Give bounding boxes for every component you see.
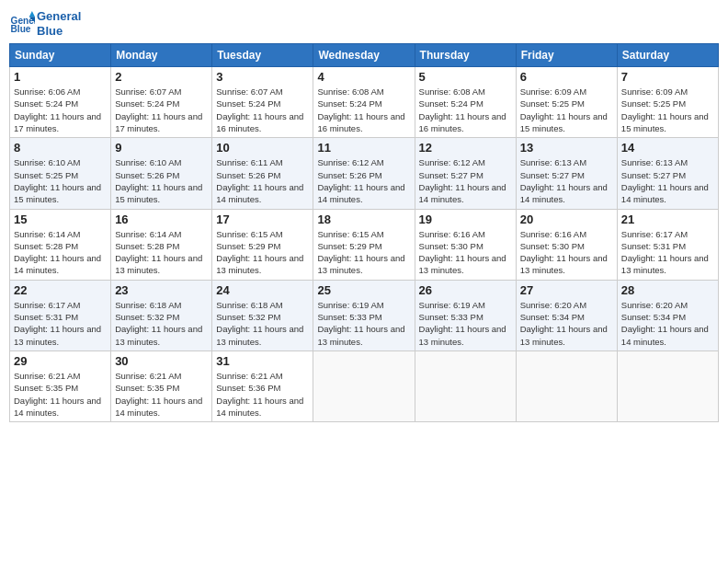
day-info: Sunrise: 6:11 AM Sunset: 5:26 PM Dayligh… xyxy=(216,156,309,205)
day-info: Sunrise: 6:10 AM Sunset: 5:25 PM Dayligh… xyxy=(14,156,107,205)
calendar-week-2: 8 Sunrise: 6:10 AM Sunset: 5:25 PM Dayli… xyxy=(10,138,719,209)
weekday-wednesday: Wednesday xyxy=(313,44,415,67)
calendar-cell: 11 Sunrise: 6:12 AM Sunset: 5:26 PM Dayl… xyxy=(313,138,415,209)
calendar-cell: 20 Sunrise: 6:16 AM Sunset: 5:30 PM Dayl… xyxy=(516,209,617,280)
day-number: 19 xyxy=(419,213,512,226)
day-info: Sunrise: 6:16 AM Sunset: 5:30 PM Dayligh… xyxy=(419,228,512,277)
calendar-cell: 8 Sunrise: 6:10 AM Sunset: 5:25 PM Dayli… xyxy=(10,138,111,209)
calendar-cell: 23 Sunrise: 6:18 AM Sunset: 5:32 PM Dayl… xyxy=(111,280,212,350)
weekday-thursday: Thursday xyxy=(415,44,516,67)
calendar-cell: 9 Sunrise: 6:10 AM Sunset: 5:26 PM Dayli… xyxy=(111,138,212,209)
day-number: 28 xyxy=(621,283,714,297)
calendar-cell: 3 Sunrise: 6:07 AM Sunset: 5:24 PM Dayli… xyxy=(212,67,313,138)
day-info: Sunrise: 6:21 AM Sunset: 5:35 PM Dayligh… xyxy=(14,370,107,419)
day-number: 30 xyxy=(115,354,208,368)
svg-marker-2 xyxy=(29,11,35,17)
day-info: Sunrise: 6:21 AM Sunset: 5:36 PM Dayligh… xyxy=(216,370,309,419)
weekday-sunday: Sunday xyxy=(10,44,111,67)
page-header: General Blue GeneralBlue xyxy=(9,9,719,38)
day-info: Sunrise: 6:19 AM Sunset: 5:33 PM Dayligh… xyxy=(419,299,512,348)
logo-icon: General Blue xyxy=(9,11,35,37)
calendar-cell: 15 Sunrise: 6:14 AM Sunset: 5:28 PM Dayl… xyxy=(10,209,111,280)
day-info: Sunrise: 6:18 AM Sunset: 5:32 PM Dayligh… xyxy=(216,299,309,348)
calendar-cell: 24 Sunrise: 6:18 AM Sunset: 5:32 PM Dayl… xyxy=(212,280,313,350)
day-info: Sunrise: 6:16 AM Sunset: 5:30 PM Dayligh… xyxy=(520,228,613,277)
logo: General Blue GeneralBlue xyxy=(9,9,81,38)
day-info: Sunrise: 6:21 AM Sunset: 5:35 PM Dayligh… xyxy=(115,370,208,419)
day-number: 9 xyxy=(115,141,208,155)
weekday-monday: Monday xyxy=(111,44,212,67)
day-info: Sunrise: 6:19 AM Sunset: 5:33 PM Dayligh… xyxy=(317,299,410,348)
day-number: 16 xyxy=(115,213,208,226)
calendar-cell: 19 Sunrise: 6:16 AM Sunset: 5:30 PM Dayl… xyxy=(415,209,516,280)
calendar-week-4: 22 Sunrise: 6:17 AM Sunset: 5:31 PM Dayl… xyxy=(10,280,719,350)
logo-text: GeneralBlue xyxy=(37,9,81,38)
day-info: Sunrise: 6:14 AM Sunset: 5:28 PM Dayligh… xyxy=(14,228,107,277)
day-number: 21 xyxy=(621,213,714,226)
day-info: Sunrise: 6:18 AM Sunset: 5:32 PM Dayligh… xyxy=(115,299,208,348)
calendar-cell: 7 Sunrise: 6:09 AM Sunset: 5:25 PM Dayli… xyxy=(617,67,718,138)
day-number: 7 xyxy=(621,70,714,84)
day-number: 27 xyxy=(520,283,613,297)
calendar-cell xyxy=(516,350,617,421)
day-info: Sunrise: 6:20 AM Sunset: 5:34 PM Dayligh… xyxy=(520,299,613,348)
day-number: 29 xyxy=(14,354,107,368)
calendar-week-3: 15 Sunrise: 6:14 AM Sunset: 5:28 PM Dayl… xyxy=(10,209,719,280)
day-info: Sunrise: 6:08 AM Sunset: 5:24 PM Dayligh… xyxy=(317,86,410,134)
calendar-cell: 27 Sunrise: 6:20 AM Sunset: 5:34 PM Dayl… xyxy=(516,280,617,350)
day-info: Sunrise: 6:06 AM Sunset: 5:24 PM Dayligh… xyxy=(14,86,107,134)
weekday-tuesday: Tuesday xyxy=(212,44,313,67)
day-number: 17 xyxy=(216,213,309,226)
day-number: 10 xyxy=(216,141,309,155)
calendar-cell: 6 Sunrise: 6:09 AM Sunset: 5:25 PM Dayli… xyxy=(516,67,617,138)
day-info: Sunrise: 6:07 AM Sunset: 5:24 PM Dayligh… xyxy=(115,86,208,134)
day-number: 11 xyxy=(317,141,410,155)
day-number: 25 xyxy=(317,283,410,297)
calendar-week-5: 29 Sunrise: 6:21 AM Sunset: 5:35 PM Dayl… xyxy=(10,350,719,421)
svg-text:Blue: Blue xyxy=(11,24,31,34)
day-number: 31 xyxy=(216,354,309,368)
day-number: 26 xyxy=(419,283,512,297)
calendar-cell: 12 Sunrise: 6:12 AM Sunset: 5:27 PM Dayl… xyxy=(415,138,516,209)
calendar-table: SundayMondayTuesdayWednesdayThursdayFrid… xyxy=(9,43,719,422)
day-info: Sunrise: 6:09 AM Sunset: 5:25 PM Dayligh… xyxy=(621,86,714,134)
calendar-cell: 4 Sunrise: 6:08 AM Sunset: 5:24 PM Dayli… xyxy=(313,67,415,138)
calendar-cell: 31 Sunrise: 6:21 AM Sunset: 5:36 PM Dayl… xyxy=(212,350,313,421)
day-number: 13 xyxy=(520,141,613,155)
calendar-cell: 10 Sunrise: 6:11 AM Sunset: 5:26 PM Dayl… xyxy=(212,138,313,209)
calendar-cell xyxy=(415,350,516,421)
day-number: 12 xyxy=(419,141,512,155)
day-info: Sunrise: 6:15 AM Sunset: 5:29 PM Dayligh… xyxy=(216,228,309,277)
day-info: Sunrise: 6:14 AM Sunset: 5:28 PM Dayligh… xyxy=(115,228,208,277)
calendar-cell: 1 Sunrise: 6:06 AM Sunset: 5:24 PM Dayli… xyxy=(10,67,111,138)
day-info: Sunrise: 6:08 AM Sunset: 5:24 PM Dayligh… xyxy=(419,86,512,134)
calendar-cell: 21 Sunrise: 6:17 AM Sunset: 5:31 PM Dayl… xyxy=(617,209,718,280)
day-number: 23 xyxy=(115,283,208,297)
day-number: 3 xyxy=(216,70,309,84)
calendar-cell: 26 Sunrise: 6:19 AM Sunset: 5:33 PM Dayl… xyxy=(415,280,516,350)
calendar-body: 1 Sunrise: 6:06 AM Sunset: 5:24 PM Dayli… xyxy=(10,67,719,422)
day-number: 14 xyxy=(621,141,714,155)
day-info: Sunrise: 6:10 AM Sunset: 5:26 PM Dayligh… xyxy=(115,156,208,205)
day-number: 1 xyxy=(14,70,107,84)
day-number: 20 xyxy=(520,213,613,226)
weekday-saturday: Saturday xyxy=(617,44,718,67)
calendar-cell: 13 Sunrise: 6:13 AM Sunset: 5:27 PM Dayl… xyxy=(516,138,617,209)
day-number: 6 xyxy=(520,70,613,84)
calendar-cell: 25 Sunrise: 6:19 AM Sunset: 5:33 PM Dayl… xyxy=(313,280,415,350)
day-info: Sunrise: 6:12 AM Sunset: 5:27 PM Dayligh… xyxy=(419,156,512,205)
day-info: Sunrise: 6:15 AM Sunset: 5:29 PM Dayligh… xyxy=(317,228,410,277)
calendar-week-1: 1 Sunrise: 6:06 AM Sunset: 5:24 PM Dayli… xyxy=(10,67,719,138)
day-info: Sunrise: 6:09 AM Sunset: 5:25 PM Dayligh… xyxy=(520,86,613,134)
day-info: Sunrise: 6:07 AM Sunset: 5:24 PM Dayligh… xyxy=(216,86,309,134)
weekday-friday: Friday xyxy=(516,44,617,67)
day-info: Sunrise: 6:13 AM Sunset: 5:27 PM Dayligh… xyxy=(520,156,613,205)
day-number: 18 xyxy=(317,213,410,226)
day-info: Sunrise: 6:13 AM Sunset: 5:27 PM Dayligh… xyxy=(621,156,714,205)
calendar-cell: 16 Sunrise: 6:14 AM Sunset: 5:28 PM Dayl… xyxy=(111,209,212,280)
calendar-cell xyxy=(313,350,415,421)
day-number: 4 xyxy=(317,70,410,84)
day-number: 5 xyxy=(419,70,512,84)
calendar-cell: 2 Sunrise: 6:07 AM Sunset: 5:24 PM Dayli… xyxy=(111,67,212,138)
calendar-cell xyxy=(617,350,718,421)
